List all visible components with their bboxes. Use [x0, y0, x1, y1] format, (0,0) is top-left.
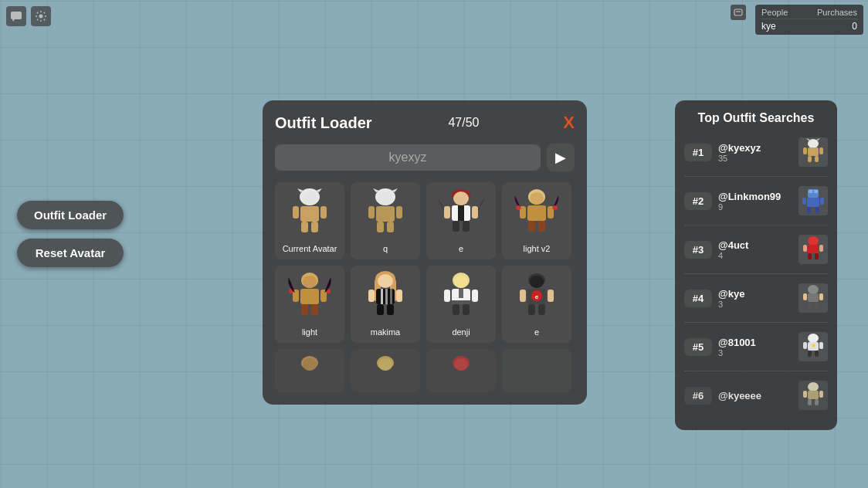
search-item-3[interactable]: #3 @4uct 4	[684, 232, 828, 267]
svg-rect-104	[819, 245, 823, 252]
settings-icon[interactable]	[31, 6, 51, 26]
search-name-1: @kyexyz	[718, 142, 792, 154]
svg-rect-108	[808, 293, 819, 302]
svg-rect-112	[815, 302, 819, 308]
search-item-4[interactable]: #4 @kye 3	[684, 280, 828, 316]
rank-2-badge: #2	[684, 192, 712, 210]
avatar-more1	[283, 354, 337, 385]
svg-rect-28	[472, 206, 478, 219]
svg-rect-12	[301, 222, 308, 232]
svg-rect-89	[803, 147, 807, 154]
search-info-1: @kyexyz 35	[718, 142, 792, 163]
svg-rect-27	[444, 206, 450, 219]
svg-rect-100	[815, 207, 819, 213]
svg-point-2	[39, 15, 43, 19]
svg-rect-33	[527, 205, 546, 221]
search-thumb-2	[798, 186, 828, 215]
svg-point-62	[454, 276, 468, 288]
svg-rect-20	[396, 206, 402, 219]
svg-rect-60	[387, 304, 394, 315]
svg-point-84	[454, 358, 468, 371]
avatar-current	[283, 187, 337, 241]
svg-rect-67	[472, 290, 478, 302]
svg-rect-69	[463, 304, 470, 315]
search-item-1[interactable]: #1 @kyexyz 35	[684, 134, 828, 170]
outfit-loader-panel: Outfit Loader 47/50 X kyexyz ▶	[263, 100, 587, 405]
outfit-card-current[interactable]: Current Avatar	[275, 182, 344, 259]
outfit-label-light: light	[302, 327, 317, 337]
search-count-2: 9	[718, 202, 792, 212]
outfit-card-e2[interactable]: e e	[502, 266, 571, 343]
svg-point-71	[530, 276, 544, 288]
outfit-card-e[interactable]: e	[426, 182, 496, 259]
svg-rect-19	[368, 206, 375, 219]
outfit-card-denji[interactable]: denji	[426, 266, 496, 343]
svg-rect-122	[803, 391, 807, 398]
svg-rect-36	[528, 221, 535, 232]
search-item-2[interactable]: #2 @Linkmon99 9	[684, 183, 828, 219]
divider-2	[684, 225, 828, 225]
purchases-header: Purchases	[817, 8, 857, 17]
svg-rect-9	[300, 206, 319, 222]
svg-rect-102	[808, 245, 819, 253]
chat-icon[interactable]	[6, 6, 26, 26]
searches-panel: Top Outfit Searches #1 @kyexyz 35 #2 @Li…	[675, 100, 837, 430]
outfit-card-light-v2[interactable]: light v2	[502, 182, 571, 259]
avatar-e	[434, 187, 488, 241]
search-item-6[interactable]: #6 @kyeeee	[684, 378, 828, 413]
svg-text:★: ★	[811, 342, 816, 349]
outfit-count: 47/50	[448, 116, 479, 130]
avatar-e2: e	[510, 270, 564, 324]
svg-rect-0	[11, 12, 22, 19]
search-name-4: @kye	[718, 288, 792, 300]
avatar-makima	[358, 270, 412, 324]
divider-4	[684, 322, 828, 323]
search-info-6: @kyeeee	[718, 390, 792, 402]
svg-rect-64	[459, 289, 463, 298]
svg-rect-110	[819, 293, 823, 300]
searches-title: Top Outfit Searches	[684, 111, 828, 125]
svg-rect-117	[808, 351, 812, 357]
svg-point-52	[378, 274, 393, 288]
svg-rect-98	[820, 198, 824, 205]
svg-rect-118	[815, 351, 819, 357]
search-submit-btn[interactable]: ▶	[547, 144, 575, 171]
close-btn[interactable]: X	[563, 113, 575, 133]
outfit-loader-btn[interactable]: Outfit Loader	[17, 201, 124, 229]
avatar-q	[358, 187, 412, 241]
svg-point-82	[378, 358, 392, 371]
svg-rect-94	[809, 190, 812, 193]
svg-point-101	[808, 236, 819, 246]
outfit-label-light-v2: light v2	[524, 244, 551, 253]
outfit-card-makima[interactable]: makima	[351, 266, 420, 343]
svg-point-32	[530, 192, 544, 205]
people-header: People	[761, 8, 788, 17]
reset-avatar-btn[interactable]: Reset Avatar	[17, 239, 124, 267]
outfit-card-q[interactable]: q	[351, 182, 420, 259]
divider-1	[684, 176, 828, 177]
svg-rect-11	[320, 206, 327, 219]
rank-3-badge: #3	[684, 241, 712, 259]
search-item-5[interactable]: #5 @81001 3 ★	[684, 329, 828, 364]
user-name: kye	[761, 21, 776, 32]
svg-rect-96	[807, 198, 819, 207]
outfit-card-more3[interactable]	[426, 349, 496, 392]
svg-rect-10	[293, 206, 299, 219]
outfit-card-light[interactable]: light	[275, 266, 344, 343]
rank-6-badge: #6	[684, 387, 712, 405]
outfit-card-more2[interactable]	[351, 349, 420, 392]
svg-rect-103	[803, 245, 807, 252]
window-minimize-btn[interactable]	[731, 5, 746, 20]
panel-header: Outfit Loader 47/50 X	[275, 113, 575, 133]
outfit-card-more1[interactable]	[275, 349, 344, 392]
search-input[interactable]: kyexyz	[275, 144, 541, 171]
search-thumb-5: ★	[798, 332, 828, 361]
avatar-light	[283, 270, 337, 324]
svg-rect-75	[520, 290, 526, 302]
svg-rect-90	[819, 147, 823, 154]
outfit-card-more4[interactable]	[502, 349, 571, 392]
svg-rect-18	[376, 206, 395, 222]
search-thumb-1	[798, 137, 828, 167]
purchases-value: 0	[852, 21, 857, 32]
search-count-3: 4	[718, 251, 792, 260]
